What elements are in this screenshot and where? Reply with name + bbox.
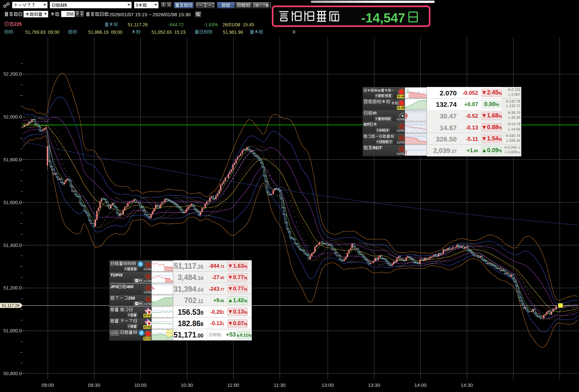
svg-text:250: 250 xyxy=(128,296,135,300)
svg-text:10:00: 10:00 xyxy=(134,382,147,388)
svg-text:10: 10 xyxy=(377,89,381,92)
svg-text:10:30: 10:30 xyxy=(181,382,193,388)
svg-text:51,400.0: 51,400.0 xyxy=(4,243,22,248)
svg-text:11:30: 11:30 xyxy=(274,382,285,388)
svg-text:09:00: 09:00 xyxy=(42,382,54,388)
svg-text:VI: VI xyxy=(373,111,377,116)
svg-text:JPX: JPX xyxy=(110,284,118,289)
svg-text:51,000.0: 51,000.0 xyxy=(4,328,22,333)
svg-text:51,117.26: 51,117.26 xyxy=(2,303,19,308)
svg-text:52,000.0: 52,000.0 xyxy=(4,114,22,119)
svg-text:11:00: 11:00 xyxy=(227,382,239,388)
svg-text:51,200.0: 51,200.0 xyxy=(4,285,22,290)
svg-text:NT: NT xyxy=(379,129,383,132)
svg-text:51,800.0: 51,800.0 xyxy=(4,157,22,162)
svg-text:14:00: 14:00 xyxy=(414,382,427,388)
svg-text:13:30: 13:30 xyxy=(368,382,380,388)
svg-text:X: X xyxy=(140,331,143,335)
svg-text:400: 400 xyxy=(127,284,133,289)
svg-text:NT: NT xyxy=(364,122,369,127)
svg-text:X: X xyxy=(139,262,142,266)
svg-text:REIT: REIT xyxy=(373,145,382,150)
svg-text:14:30: 14:30 xyxy=(461,382,473,388)
svg-text:TOPIX: TOPIX xyxy=(110,273,123,277)
svg-text:51,600.0: 51,600.0 xyxy=(4,200,22,205)
svg-text:52,200.0: 52,200.0 xyxy=(4,71,22,77)
svg-text:09:30: 09:30 xyxy=(88,382,100,388)
svg-text:50,800.0: 50,800.0 xyxy=(4,371,22,376)
svg-text:1: 1 xyxy=(136,3,138,7)
svg-text:225: 225 xyxy=(60,3,67,7)
svg-text:13:00: 13:00 xyxy=(321,382,334,388)
